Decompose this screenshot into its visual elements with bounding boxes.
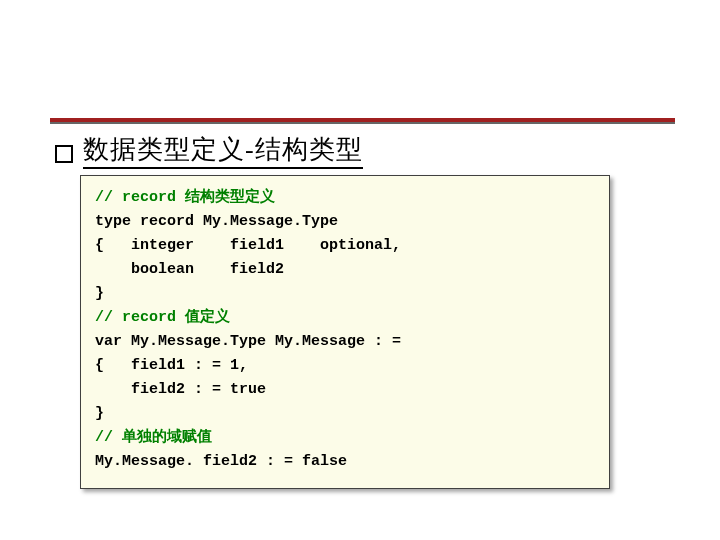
code-comment-1: // record 结构类型定义: [95, 189, 275, 206]
code-box: // record 结构类型定义 type record My.Message.…: [80, 175, 610, 489]
code-comment-2: // record 值定义: [95, 309, 230, 326]
code-line-12: My.Message. field2 : = false: [95, 453, 347, 470]
title-rule-shadow: [50, 122, 675, 124]
code-line-9: field2 : = true: [95, 381, 266, 398]
code-line-7: var My.Message.Type My.Message : =: [95, 333, 401, 350]
code-content: // record 结构类型定义 type record My.Message.…: [95, 186, 595, 474]
code-line-4: boolean field2: [95, 261, 284, 278]
code-line-2: type record My.Message.Type: [95, 213, 338, 230]
code-line-5: }: [95, 285, 104, 302]
code-line-8: { field1 : = 1,: [95, 357, 248, 374]
code-line-3: { integer field1 optional,: [95, 237, 401, 254]
heading-row: 数据类型定义-结构类型: [55, 135, 363, 169]
bullet-checkbox-icon: [55, 145, 73, 163]
heading-text: 数据类型定义-结构类型: [83, 135, 363, 169]
slide: 数据类型定义-结构类型 // record 结构类型定义 type record…: [0, 0, 720, 540]
code-comment-3: // 单独的域赋值: [95, 429, 212, 446]
code-line-10: }: [95, 405, 104, 422]
